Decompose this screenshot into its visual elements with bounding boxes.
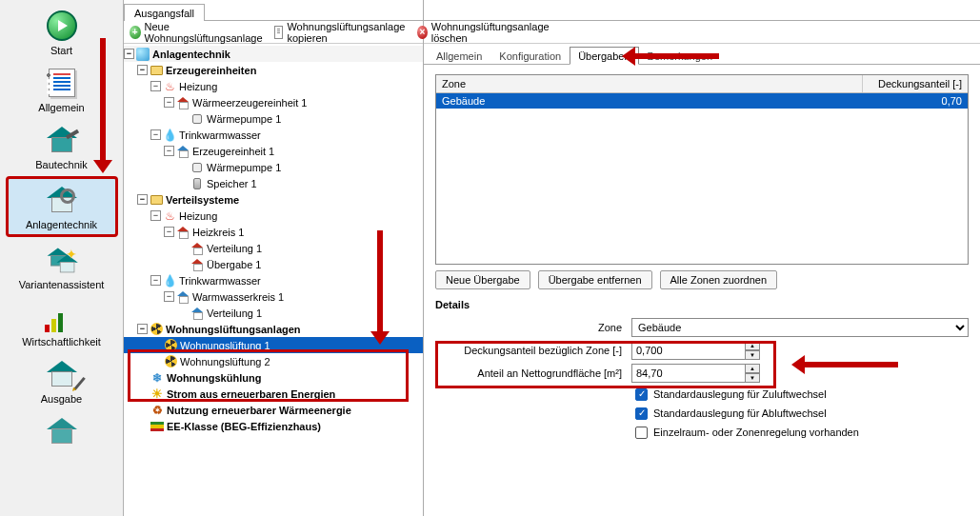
tree-root[interactable]: −Anlagentechnik [124, 46, 423, 62]
zone-select[interactable]: Gebäude [631, 318, 969, 337]
share-field-label: Deckungsanteil bezüglich Zone [-] [435, 345, 626, 356]
remove-handover-button[interactable]: Übergabe entfernen [538, 270, 652, 289]
area-input[interactable] [631, 364, 746, 383]
tab-konfiguration[interactable]: Konfiguration [490, 47, 570, 65]
nav-wirtschaft-label: Wirtschaftlichkeit [22, 336, 101, 347]
collapse-icon[interactable]: − [164, 227, 174, 237]
copy-wla-label: Wohnungslüftungsanlage kopieren [287, 21, 407, 44]
collapse-icon[interactable]: − [137, 194, 148, 205]
notebook-icon [49, 69, 75, 97]
cell-zone: Gebäude [436, 93, 863, 109]
tree-erzeuger[interactable]: −Erzeugereinheiten [124, 62, 423, 78]
spin-down-icon[interactable]: ▼ [745, 350, 760, 360]
fan-icon [150, 323, 163, 335]
nav-bautechnik[interactable]: Bautechnik [6, 119, 118, 174]
tab-uebergaben[interactable]: Übergaben [570, 47, 638, 65]
tree-label: Trinkwarmwasser [179, 129, 261, 141]
tree-item[interactable]: Übergabe 1 [124, 256, 423, 272]
chk-exhaust[interactable] [635, 407, 648, 420]
nav-extra[interactable] [6, 410, 118, 454]
zone-table-body[interactable] [436, 109, 968, 264]
tree-item[interactable]: −Warmwasserkreis 1 [124, 288, 423, 305]
copy-icon [274, 26, 283, 39]
tree-wla-2[interactable]: Wohnungslüftung 2 [124, 353, 423, 369]
nav-allgemein[interactable]: Allgemein [6, 62, 118, 117]
tree-tww2[interactable]: −💧Trinkwarmwasser [124, 272, 423, 288]
nav-start[interactable]: Start [6, 5, 118, 60]
spin-down-icon[interactable]: ▼ [745, 373, 760, 383]
tree-strom[interactable]: ☀Strom aus erneuerbaren Energien [124, 386, 423, 402]
tree-ee[interactable]: EE-Klasse (BEG-Effizienzhaus) [124, 418, 423, 434]
play-icon [47, 10, 77, 41]
collapse-icon[interactable]: − [150, 129, 161, 140]
tree-tww[interactable]: −💧Trinkwarmwasser [124, 127, 423, 143]
collapse-icon[interactable]: − [124, 49, 134, 59]
tree-item[interactable]: −Heizkreis 1 [124, 224, 423, 240]
col-share[interactable]: Deckungsanteil [-] [863, 75, 968, 92]
tree-item[interactable]: −Wärmeerzeugereinheit 1 [124, 94, 423, 110]
tree-label: Erzeugereinheit 1 [192, 146, 274, 157]
col-zone[interactable]: Zone [436, 75, 863, 92]
collapse-icon[interactable]: − [164, 97, 174, 108]
tank-icon [193, 178, 201, 189]
collapse-icon[interactable]: − [150, 210, 161, 221]
flame-icon: ♨ [163, 209, 176, 223]
tree-wla-1[interactable]: Wohnungslüftung 1 [124, 337, 423, 353]
area-field-label: Anteil an Nettogrundfläche [m²] [435, 367, 626, 379]
tree-verteil[interactable]: −Verteilsysteme [124, 191, 423, 208]
drop-icon: 💧 [163, 274, 176, 288]
variant-tabstrip: Ausgangsfall [124, 0, 423, 21]
details-heading: Details [435, 299, 969, 310]
house-icon [43, 414, 81, 448]
nav-wirtschaftlichkeit[interactable]: Wirtschaftlichkeit [6, 296, 118, 351]
zone-table[interactable]: Zone Deckungsanteil [-] Gebäude 0,70 [435, 74, 969, 265]
tree-item[interactable]: Speicher 1 [124, 175, 423, 191]
tree-nutzung[interactable]: ♻Nutzung erneuerbarer Wärmeenergie [124, 402, 423, 418]
tab-bemerkungen[interactable]: Bemerkungen [639, 47, 722, 65]
share-spinner[interactable]: ▲▼ [745, 341, 760, 360]
collapse-icon[interactable]: − [150, 275, 161, 286]
pump-icon [192, 163, 202, 172]
collapse-icon[interactable]: − [164, 291, 174, 302]
tree-item[interactable]: Wärmepumpe 1 [124, 159, 423, 175]
spin-up-icon[interactable]: ▲ [745, 341, 760, 350]
tree-item[interactable]: Verteilung 1 [124, 240, 423, 256]
detail-panel: Allgemein Konfiguration Übergaben Bemerk… [424, 0, 980, 516]
nav-variantenassistent[interactable]: ✦ Variantenassistent [6, 239, 118, 294]
plant-icon [136, 48, 150, 61]
tree-heizung2[interactable]: −♨Heizung [124, 208, 423, 224]
nav-anlagentechnik[interactable]: Anlagentechnik [6, 176, 118, 237]
collapse-icon[interactable]: − [164, 146, 174, 156]
chk-room[interactable] [635, 427, 648, 439]
nav-rail: Start Allgemein Bautechnik Anlagentechni… [0, 0, 124, 516]
tab-allgemein[interactable]: Allgemein [428, 47, 490, 65]
tree-item[interactable]: Verteilung 1 [124, 305, 423, 321]
assign-all-button[interactable]: Alle Zonen zuordnen [660, 270, 778, 289]
tree-item[interactable]: Wärmepumpe 1 [124, 110, 423, 127]
collapse-icon[interactable]: − [137, 324, 148, 334]
area-spinner[interactable]: ▲▼ [745, 364, 760, 383]
new-wla-button[interactable]: +Neue Wohnungslüftungsanlage [130, 21, 265, 44]
collapse-icon[interactable]: − [137, 65, 148, 75]
fan-icon [165, 339, 177, 351]
tree-label: Strom aus erneuerbaren Energien [167, 388, 335, 400]
details-form: Zone Gebäude Deckungsanteil bezüglich Zo… [435, 316, 969, 442]
tree-heizung[interactable]: −♨Heizung [124, 78, 423, 94]
nav-bautechnik-label: Bautechnik [35, 159, 87, 170]
spin-up-icon[interactable]: ▲ [745, 364, 760, 373]
tree-item[interactable]: −Erzeugereinheit 1 [124, 143, 423, 159]
tree-label: Wärmepumpe 1 [207, 162, 281, 173]
copy-wla-button[interactable]: Wohnungslüftungsanlage kopieren [274, 21, 408, 44]
chk-supply[interactable] [635, 388, 648, 401]
collapse-icon[interactable]: − [150, 81, 161, 91]
nav-ausgabe[interactable]: Ausgabe [6, 353, 118, 408]
tree-kuehlung[interactable]: ❄Wohnungskühlung [124, 369, 423, 386]
zone-table-row[interactable]: Gebäude 0,70 [436, 93, 968, 109]
tree-wla[interactable]: −Wohnungslüftungsanlagen [124, 321, 423, 337]
share-input[interactable] [631, 341, 746, 360]
tab-ausgangsfall[interactable]: Ausgangsfall [124, 4, 205, 21]
new-handover-button[interactable]: Neue Übergabe [435, 270, 530, 289]
tree-label: Verteilung 1 [207, 308, 262, 319]
tree[interactable]: −Anlagentechnik −Erzeugereinheiten −♨Hei… [124, 44, 423, 516]
tree-label: Warmwasserkreis 1 [192, 291, 284, 303]
